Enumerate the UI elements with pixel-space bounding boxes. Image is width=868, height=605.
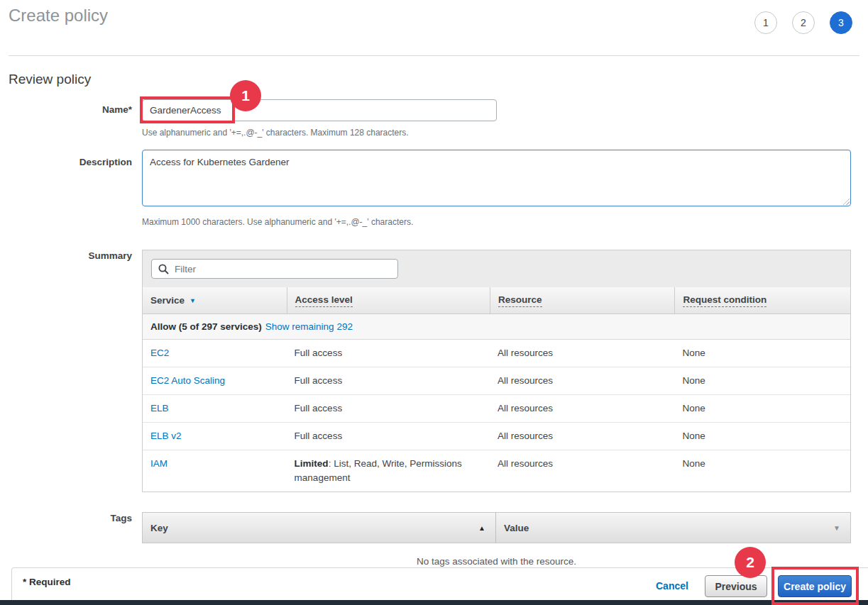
tags-column-value[interactable]: Value ▼ — [496, 513, 850, 543]
search-icon — [158, 264, 169, 274]
table-row: ELB v2 Full access All resources None — [143, 423, 850, 450]
access-level-cell: Full access — [287, 340, 490, 367]
description-help-text: Maximum 1000 characters. Use alphanumeri… — [142, 217, 413, 227]
summary-table-header: Service ▼ Access level Resource Request … — [143, 287, 850, 314]
annotation-badge-1: 1 — [230, 80, 261, 111]
required-note: * Required — [23, 577, 71, 587]
annotation-badge-2: 2 — [735, 547, 766, 578]
resize-handle-icon[interactable] — [843, 199, 850, 205]
filter-panel — [143, 250, 850, 287]
header-divider — [9, 55, 859, 56]
request-condition-cell: None — [675, 450, 851, 492]
cancel-button[interactable]: Cancel — [656, 580, 688, 592]
request-condition-cell: None — [675, 423, 851, 450]
step-1-circle[interactable]: 1 — [754, 11, 777, 34]
column-header-service[interactable]: Service ▼ — [143, 287, 287, 313]
access-level-cell: Limited: List, Read, Write, Permissions … — [287, 450, 490, 492]
column-header-request-condition: Request condition — [674, 287, 850, 313]
service-link[interactable]: ELB v2 — [150, 431, 182, 441]
access-level-cell: Full access — [287, 367, 490, 394]
service-link[interactable]: IAM — [150, 458, 167, 469]
resource-cell: All resources — [490, 423, 674, 450]
tags-column-key[interactable]: Key ▲ — [143, 513, 496, 543]
table-row: EC2 Full access All resources None — [143, 340, 850, 367]
access-level-cell: Full access — [287, 395, 490, 422]
value-dropdown-icon[interactable]: ▼ — [833, 524, 840, 532]
request-condition-cell: None — [675, 340, 851, 367]
service-sort-icon[interactable]: ▼ — [189, 297, 196, 304]
service-link[interactable]: ELB — [150, 403, 169, 413]
resource-cell: All resources — [490, 395, 674, 422]
name-help-text: Use alphanumeric and '+=,.@-_' character… — [142, 128, 409, 138]
summary-table: Service ▼ Access level Resource Request … — [142, 250, 851, 492]
column-header-access-level: Access level — [287, 287, 490, 313]
step-2-circle[interactable]: 2 — [792, 11, 815, 34]
tags-table-header: Key ▲ Value ▼ — [142, 512, 851, 543]
allow-group-text: Allow (5 of 297 services) — [150, 321, 262, 332]
summary-filter-input[interactable] — [151, 259, 398, 279]
access-level-cell: Full access — [287, 423, 490, 450]
resource-cell: All resources — [490, 450, 674, 492]
description-label: Description — [0, 157, 132, 167]
show-remaining-link[interactable]: Show remaining 292 — [265, 321, 353, 332]
tags-label: Tags — [0, 513, 132, 523]
step-indicator: 1 2 3 — [754, 11, 852, 34]
column-header-resource: Resource — [490, 287, 674, 313]
resource-cell: All resources — [490, 367, 674, 394]
annotation-box-name — [140, 96, 235, 123]
service-link[interactable]: EC2 — [150, 348, 169, 358]
key-sort-asc-icon[interactable]: ▲ — [478, 524, 485, 532]
table-row: ELB Full access All resources None — [143, 395, 850, 423]
summary-label: Summary — [0, 250, 132, 261]
previous-button[interactable]: Previous — [705, 575, 767, 597]
service-link[interactable]: EC2 Auto Scaling — [150, 375, 225, 386]
page-title: Create policy — [9, 6, 108, 26]
policy-description-textarea[interactable]: Access for Kubernetes Gardener — [142, 150, 851, 206]
table-row: EC2 Auto Scaling Full access All resourc… — [143, 367, 850, 395]
request-condition-cell: None — [675, 367, 851, 394]
name-label: Name* — [0, 104, 132, 115]
request-condition-cell: None — [675, 395, 851, 422]
step-3-circle[interactable]: 3 — [830, 11, 852, 34]
allow-group-row: Allow (5 of 297 services) Show remaining… — [143, 314, 850, 340]
annotation-box-create-policy — [771, 567, 859, 605]
resource-cell: All resources — [490, 340, 674, 367]
console-bottom-bar — [0, 600, 868, 605]
table-row: IAM Limited: List, Read, Write, Permissi… — [143, 450, 850, 492]
review-policy-heading: Review policy — [9, 72, 91, 87]
